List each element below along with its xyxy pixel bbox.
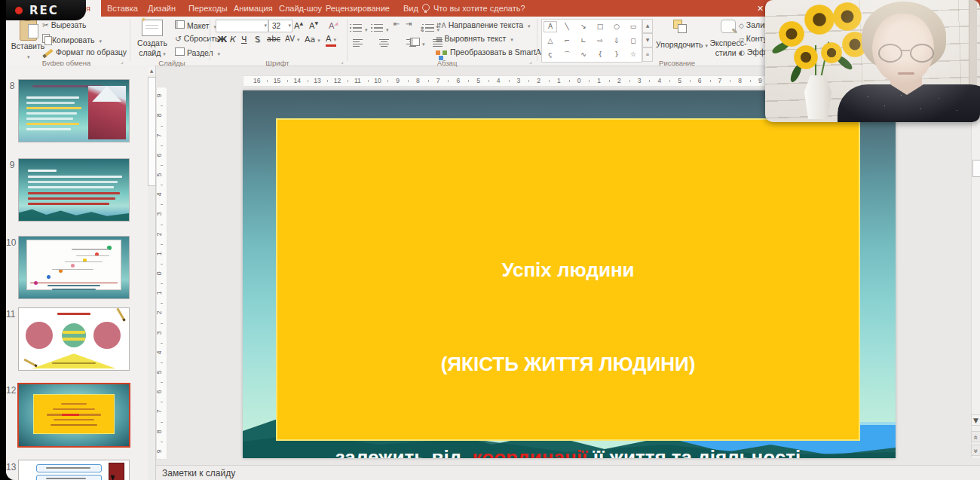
font-dialog-launcher[interactable]: ⌟ <box>341 58 344 65</box>
columns-button[interactable] <box>410 35 425 49</box>
new-slide-icon <box>142 20 163 36</box>
tab-5[interactable]: Слайд-шоу <box>274 0 326 17</box>
v-ruler-number: 4 <box>156 193 163 197</box>
slide-thumbnail-10[interactable] <box>18 236 130 299</box>
shapes-scroll-up[interactable]: ▲ <box>642 19 653 33</box>
decrease-indent-button[interactable]: ⇤ <box>394 20 400 28</box>
section-button[interactable]: Раздел <box>175 47 220 60</box>
h-ruler-number: 4 <box>657 77 661 84</box>
panel-scroll-up-icon[interactable]: ▲ <box>148 66 155 75</box>
tab-2[interactable]: Дизайн <box>143 0 180 17</box>
shape-glyph-17[interactable]: } <box>608 47 625 62</box>
columns-icon <box>410 38 420 46</box>
shape-glyph-12[interactable]: ◻ <box>625 34 642 48</box>
tab-1[interactable]: Вставка <box>103 0 142 17</box>
italic-button[interactable]: К <box>229 35 235 44</box>
paragraph-dialog-launcher[interactable]: ⌟ <box>529 58 532 65</box>
new-slide-button[interactable]: Создать слайд <box>134 20 170 36</box>
notes-pane[interactable]: Заметки к слайду <box>156 465 980 480</box>
main-scrollbar[interactable] <box>971 66 980 458</box>
slide-thumbnail-11[interactable] <box>18 307 130 371</box>
slide-thumbnail-9[interactable] <box>18 158 130 222</box>
slide-thumbnail-13[interactable] <box>18 460 130 480</box>
v-ruler-number: 7 <box>156 133 163 137</box>
font-name-combo[interactable]: ▾ <box>216 20 268 32</box>
underline-button[interactable]: Ч <box>241 35 247 44</box>
bold-button[interactable]: Ж <box>217 35 227 44</box>
grow-font-button[interactable]: А▲ <box>294 20 303 31</box>
strikethrough-button[interactable]: abc <box>267 35 280 43</box>
h-ruler-number: 10 <box>374 77 381 84</box>
arrange-button[interactable]: Упорядочить <box>656 20 703 32</box>
increase-indent-button[interactable]: ⇥ <box>406 20 412 28</box>
shape-glyph-2[interactable]: ╲ <box>559 20 575 34</box>
shapes-gallery[interactable]: A╲↘□○▭△⌐∟⇨⇩◻ς⌒∿{}☆ <box>541 19 642 63</box>
clipboard-dialog-launcher[interactable]: ⌟ <box>121 58 124 65</box>
h-ruler-number: 14 <box>293 77 300 84</box>
tab-6[interactable]: Рецензирование <box>321 0 394 17</box>
paste-button[interactable]: Вставить <box>11 20 45 41</box>
shape-glyph-9[interactable]: ∟ <box>575 34 592 48</box>
powerpoint-window: Главная ВставкаДизайнПереходыАнимацияСла… <box>6 0 980 480</box>
v-ruler-number: 8 <box>156 430 163 433</box>
v-ruler-number: 4 <box>156 350 163 354</box>
change-case-button[interactable]: Аа <box>305 35 320 44</box>
webcam-video[interactable] <box>765 0 980 122</box>
slide-text-box[interactable]: Успіх людини (ЯКІСТЬ ЖИТТЯ ЛЮДИНИ) залеж… <box>276 118 860 441</box>
h-ruler-number: 6 <box>456 77 460 84</box>
reset-button[interactable]: ↺ Сбросить <box>175 34 219 44</box>
shape-glyph-14[interactable]: ⌒ <box>559 47 575 62</box>
convert-smartart-button[interactable]: Преобразовать в SmartArt <box>436 47 553 59</box>
shape-glyph-8[interactable]: ⌐ <box>559 34 575 48</box>
shape-glyph-15[interactable]: ∿ <box>575 47 592 62</box>
shapes-scroll-down[interactable]: ▼ <box>642 33 653 47</box>
font-size-combo[interactable]: 32▾ <box>268 20 292 32</box>
align-text-button[interactable]: ▤ Выровнять текст <box>436 34 513 45</box>
shape-glyph-4[interactable]: □ <box>592 20 608 34</box>
shape-glyph-18[interactable]: ☆ <box>625 47 642 62</box>
scroll-down-button[interactable]: ▼ <box>971 414 980 426</box>
bullets-button[interactable] <box>353 21 368 35</box>
tab-4[interactable]: Анимация <box>229 0 277 17</box>
align-left-button[interactable] <box>353 38 363 46</box>
shape-glyph-16[interactable]: { <box>592 47 608 62</box>
align-center-button[interactable] <box>379 38 389 46</box>
shape-glyph-10[interactable]: ⇨ <box>592 34 608 48</box>
tab-7[interactable]: Вид <box>399 0 423 17</box>
cut-button[interactable]: ✂ Вырезать <box>42 20 86 30</box>
h-ruler-number: 0 <box>577 77 581 84</box>
shape-glyph-13[interactable]: ς <box>542 47 559 62</box>
previous-slide-button[interactable]: « <box>971 431 980 442</box>
shape-glyph-1[interactable]: A <box>544 21 557 32</box>
h-ruler-number: 7 <box>436 77 440 84</box>
shape-glyph-6[interactable]: ▭ <box>625 20 642 34</box>
tell-me-search[interactable]: Что вы хотите сделать? <box>433 0 525 17</box>
h-ruler-number: 7 <box>718 77 722 84</box>
panel-scrollbar[interactable]: ▲ <box>148 66 155 480</box>
v-ruler-number: 8 <box>156 114 163 118</box>
text-direction-button[interactable]: ⇵A Направление текста <box>436 20 531 32</box>
shape-glyph-3[interactable]: ↘ <box>575 20 592 34</box>
copy-button[interactable]: Копировать <box>42 34 102 47</box>
font-color-button[interactable]: А <box>326 35 336 47</box>
character-spacing-button[interactable]: AV <box>285 35 300 43</box>
shrink-font-button[interactable]: А▼ <box>309 20 318 31</box>
panel-scrollbar-thumb[interactable] <box>148 77 156 186</box>
main-scrollbar-thumb[interactable] <box>972 160 980 177</box>
shape-glyph-5[interactable]: ○ <box>608 20 625 34</box>
slide-thumbnail-12[interactable] <box>17 383 130 448</box>
numbering-button[interactable] <box>374 21 389 35</box>
text-shadow-button[interactable]: S <box>255 35 260 44</box>
tab-3[interactable]: Переходы <box>184 0 232 17</box>
next-slide-button[interactable]: » <box>971 445 980 456</box>
h-ruler-number: 15 <box>274 77 280 84</box>
clear-formatting-button[interactable]: А◢ <box>329 20 338 31</box>
shape-glyph-7[interactable]: △ <box>542 34 559 48</box>
v-ruler-number: 2 <box>156 311 163 315</box>
shape-glyph-11[interactable]: ⇩ <box>608 34 625 48</box>
h-ruler-number: 1 <box>597 77 601 84</box>
format-painter-button[interactable]: Формат по образцу <box>42 47 127 57</box>
slide-thumbnail-8[interactable] <box>18 79 130 142</box>
slide-canvas[interactable]: Успіх людини (ЯКІСТЬ ЖИТТЯ ЛЮДИНИ) залеж… <box>243 90 896 458</box>
tell-me-bulb-icon <box>422 4 430 11</box>
